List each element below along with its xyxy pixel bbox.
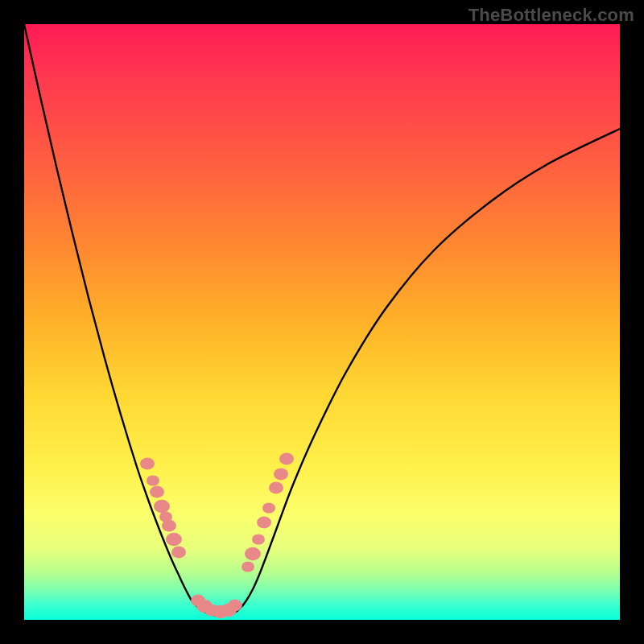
data-marker	[162, 520, 176, 532]
data-marker	[242, 561, 254, 572]
data-marker	[171, 547, 186, 559]
data-marker	[147, 475, 159, 485]
data-marker	[154, 500, 170, 513]
data-marker	[228, 600, 242, 612]
data-marker	[150, 486, 164, 498]
data-marker	[245, 547, 261, 560]
bottleneck-curve	[24, 24, 620, 616]
plot-area	[24, 24, 620, 620]
data-markers	[140, 453, 294, 619]
data-marker	[257, 517, 271, 529]
data-marker	[262, 502, 275, 513]
chart-frame: TheBottleneck.com	[0, 0, 644, 644]
data-marker	[140, 458, 155, 470]
data-marker	[166, 533, 182, 546]
data-marker	[274, 469, 288, 481]
data-marker	[269, 482, 283, 494]
watermark-text: TheBottleneck.com	[469, 5, 634, 26]
curve-layer	[24, 24, 620, 620]
data-marker	[252, 534, 265, 544]
data-marker	[279, 453, 294, 465]
